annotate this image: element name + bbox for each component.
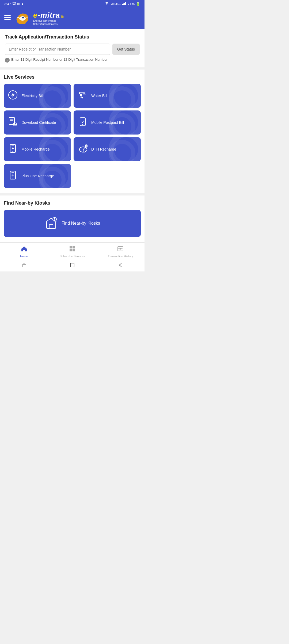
status-bar: 3:47 🖼 ⊞ ● Vo LTE1 71% 🔋: [0, 0, 144, 8]
multi-icon: ⊞: [17, 2, 20, 6]
info-icon: i: [5, 58, 10, 63]
photo-icon: 🖼: [12, 2, 16, 6]
svg-point-36: [13, 178, 13, 178]
get-status-button[interactable]: Get Status: [112, 44, 140, 55]
logo-area: e-mitra TM Effective Governance Better C…: [15, 11, 64, 26]
main-content: Track Application/Transaction Status Get…: [0, 29, 144, 242]
svg-rect-12: [81, 94, 82, 96]
svg-point-8: [22, 17, 24, 18]
nav-subscribe-services[interactable]: Subscribe Services: [48, 245, 96, 258]
status-right: Vo LTE1 71% 🔋: [104, 2, 140, 6]
svg-point-26: [13, 151, 13, 152]
dot-icon: ●: [21, 2, 24, 6]
svg-point-41: [54, 218, 55, 220]
android-back-button[interactable]: [117, 262, 123, 269]
plus-one-icon: [8, 170, 18, 182]
kiosks-section: Find Near-by Kiosks Find Near-by Kiosks: [0, 195, 144, 242]
android-recent-button[interactable]: [21, 262, 27, 269]
transaction-history-icon: [117, 245, 124, 254]
svg-rect-52: [70, 263, 74, 267]
signal-bars: [122, 2, 126, 6]
mobile-postpaid-icon: [78, 117, 88, 128]
svg-rect-0: [122, 4, 123, 5]
svg-rect-44: [70, 249, 72, 251]
svg-point-13: [81, 96, 82, 98]
track-input-row: Get Status: [5, 44, 140, 55]
svg-rect-45: [73, 249, 75, 251]
live-services-title: Live Services: [4, 74, 141, 80]
mobile-recharge-icon: [8, 144, 18, 155]
trademark-symbol: TM: [60, 15, 64, 18]
transaction-number-input[interactable]: [5, 44, 110, 55]
find-kiosks-label: Find Near-by Kiosks: [62, 221, 100, 226]
status-left: 3:47 🖼 ⊞ ●: [4, 2, 24, 6]
time: 3:47: [4, 2, 11, 6]
logo-text: e-mitra TM Effective Governance Better C…: [33, 11, 64, 26]
plus-one-recharge-label: Plus One Recharge: [21, 174, 54, 178]
signal-text: Vo LTE1: [111, 2, 121, 5]
track-hint: i Enter 11 Digit Receipt Number or 12 Di…: [5, 57, 140, 63]
dth-recharge-card[interactable]: DTH Recharge: [74, 137, 141, 161]
electricity-icon: [8, 90, 18, 102]
svg-rect-42: [70, 246, 72, 248]
svg-rect-6: [4, 19, 11, 20]
svg-point-7: [19, 16, 26, 21]
svg-rect-37: [47, 222, 56, 228]
find-kiosks-button[interactable]: Find Near-by Kiosks: [4, 210, 141, 237]
nav-transaction-history[interactable]: Transaction History: [96, 245, 144, 258]
menu-button[interactable]: [4, 15, 11, 22]
svg-point-14: [82, 97, 83, 98]
track-section: Track Application/Transaction Status Get…: [0, 29, 144, 67]
download-certificate-card[interactable]: Download Certificate: [4, 110, 71, 135]
svg-rect-3: [125, 2, 126, 5]
svg-point-23: [82, 124, 83, 125]
battery-text: 71%: [128, 2, 135, 6]
subscribe-nav-label: Subscribe Services: [60, 255, 85, 258]
electricity-bill-label: Electricity Bill: [21, 93, 43, 98]
download-certificate-label: Download Certificate: [21, 120, 56, 125]
svg-rect-1: [123, 3, 124, 5]
android-nav-bar: [0, 259, 144, 271]
svg-rect-2: [124, 3, 125, 5]
transaction-history-nav-label: Transaction History: [108, 255, 133, 258]
home-icon: [21, 245, 28, 254]
dth-recharge-label: DTH Recharge: [91, 147, 116, 152]
water-bill-label: Water Bill: [91, 93, 107, 98]
app-name: e-mitra: [33, 11, 60, 20]
water-bill-card[interactable]: Water Bill: [74, 84, 141, 108]
dth-icon: [78, 144, 88, 155]
bottom-nav: Home Subscribe Services Transaction Hist…: [0, 242, 144, 259]
water-icon: [78, 90, 88, 102]
live-services-section: Live Services Electricity Bill: [0, 70, 144, 193]
app-tagline: Effective Governance Better Citizen Serv…: [33, 20, 64, 26]
logo-bird-icon: [15, 11, 31, 26]
mobile-postpaid-card[interactable]: Mobile Postpaid Bill: [74, 110, 141, 135]
svg-rect-5: [4, 17, 11, 18]
app-header: e-mitra TM Effective Governance Better C…: [0, 8, 144, 29]
nav-home[interactable]: Home: [0, 245, 48, 258]
svg-rect-43: [73, 246, 75, 248]
mobile-recharge-label: Mobile Recharge: [21, 147, 50, 152]
svg-rect-4: [4, 15, 11, 16]
mobile-recharge-card[interactable]: Mobile Recharge: [4, 137, 71, 161]
electricity-bill-card[interactable]: Electricity Bill: [4, 84, 71, 108]
services-grid: Electricity Bill Water Bill: [4, 84, 141, 188]
home-nav-label: Home: [20, 255, 28, 258]
mobile-postpaid-label: Mobile Postpaid Bill: [91, 120, 124, 125]
svg-rect-38: [49, 225, 53, 228]
kiosks-title: Find Near-by Kiosks: [4, 200, 141, 206]
plus-one-recharge-card[interactable]: Plus One Recharge: [4, 164, 71, 188]
battery-icon: 🔋: [136, 2, 140, 6]
wifi-icon: [104, 2, 109, 6]
android-home-button[interactable]: [69, 262, 75, 269]
certificate-icon: [8, 117, 18, 128]
track-title: Track Application/Transaction Status: [5, 34, 140, 40]
kiosk-store-icon: [44, 216, 58, 231]
subscribe-services-icon: [69, 245, 76, 254]
